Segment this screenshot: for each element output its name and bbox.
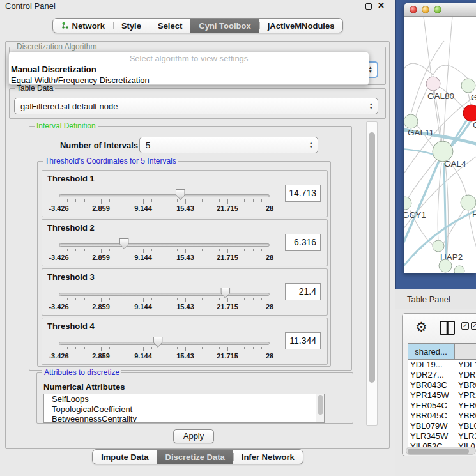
node-label: GAL: [471, 93, 476, 102]
panel-scrollbar[interactable]: [366, 121, 378, 426]
list-item[interactable]: BetweennessCentrality: [44, 414, 324, 423]
tab-infer-network[interactable]: Infer Network: [233, 450, 303, 464]
network-node[interactable]: [461, 195, 476, 210]
table-row[interactable]: YDL19...YDL1: [408, 360, 476, 370]
network-node[interactable]: [404, 197, 411, 210]
cyni-toolbox-panel: Discretization Algorithm ▲▼ Table Data g…: [5, 41, 390, 449]
tab-style[interactable]: Style: [113, 19, 150, 33]
table-data-select[interactable]: galFiltered.sif default node ▲▼: [14, 98, 378, 114]
threshold-label: Threshold 2: [47, 223, 95, 233]
network-node[interactable]: [433, 240, 444, 252]
node-label: GAL4: [444, 159, 466, 169]
network-canvas[interactable]: GAL80GALCGAL11GAL4GCY1HHAP2: [404, 17, 476, 273]
settings-scroll-area: Interval Definition Number of Intervals …: [8, 121, 364, 426]
slider-tick-labels: -3.4262.8599.14415.4321.71528: [59, 352, 270, 360]
network-node[interactable]: [461, 79, 475, 93]
list-item[interactable]: SelfLoops: [44, 394, 324, 404]
apply-button[interactable]: Apply: [173, 429, 214, 443]
interval-definition-group: Interval Definition Number of Intervals …: [29, 126, 352, 371]
threshold-value-field[interactable]: 21.4: [285, 283, 321, 300]
tab-label: Select: [158, 21, 182, 31]
slider-thumb[interactable]: [176, 189, 185, 200]
cytoscape-desktop: GAL80GALCGAL11GAL4GCY1HHAP2: [395, 0, 476, 289]
split-view-icon[interactable]: [440, 321, 455, 335]
threshold-3-panel: Threshold 3 -3.4262.8599.14415.4321.7152…: [42, 268, 328, 316]
network-edges: [404, 17, 476, 261]
close-icon[interactable]: ✕: [378, 1, 385, 10]
gear-icon[interactable]: ⚙: [415, 319, 427, 335]
network-node[interactable]: [454, 266, 464, 273]
bottom-tabbar: Impute Data Discretize Data Infer Networ…: [92, 449, 303, 464]
horizontal-scrollbar[interactable]: [406, 447, 476, 455]
table-header-row: shared... na: [408, 343, 476, 360]
dropdown-option-equal-width[interactable]: Equal Width/Frequency Discretization: [9, 75, 369, 86]
tab-label: jActiveMNodules: [268, 21, 335, 31]
network-node[interactable]: [463, 105, 476, 121]
table-panel-bar: Table Panel: [395, 289, 476, 309]
column-header-name[interactable]: na: [454, 343, 476, 360]
list-item[interactable]: TopologicalCoefficient: [44, 404, 324, 415]
zoom-window-icon[interactable]: [434, 6, 441, 13]
tab-label: Network: [72, 21, 105, 31]
table-row[interactable]: YER054CYER0: [408, 401, 476, 411]
dropdown-option-manual[interactable]: Manual Discretization: [9, 64, 369, 75]
tab-impute-data[interactable]: Impute Data: [93, 450, 157, 464]
table-row[interactable]: YLR345WYLR3: [408, 431, 476, 441]
thresholds-group: Threshold's Coordinates for 5 Intervals …: [37, 161, 331, 367]
network-window-titlebar: [404, 3, 476, 17]
network-node[interactable]: [439, 259, 452, 272]
dropdown-prompt: Select algorithm to view settings: [9, 54, 369, 64]
threshold-label: Threshold 1: [47, 174, 95, 183]
group-title: Discretization Algorithm: [15, 42, 98, 51]
table-data-value: galFiltered.sif default node: [20, 102, 118, 111]
tab-network[interactable]: Network: [53, 19, 113, 33]
numerical-attributes-list[interactable]: SelfLoops TopologicalCoefficient Between…: [43, 394, 325, 423]
table-toolbar: ⚙ ✓ ✓: [403, 314, 476, 343]
float-window-icon[interactable]: [365, 3, 372, 10]
network-node[interactable]: [426, 77, 440, 91]
checkbox-icon[interactable]: ✓: [471, 322, 476, 330]
checkbox-icon[interactable]: ✓: [461, 322, 469, 330]
tab-select[interactable]: Select: [150, 19, 190, 33]
close-window-icon[interactable]: [410, 6, 417, 13]
group-title: Threshold's Coordinates for 5 Intervals: [43, 157, 178, 165]
table-row[interactable]: YBL079WYBL0: [408, 421, 476, 431]
table-row[interactable]: YBR043CYBR0: [408, 380, 476, 390]
scrollbar-thumb[interactable]: [369, 132, 375, 383]
tab-jactivemnodules[interactable]: jActiveMNodules: [259, 19, 343, 33]
group-title: Attributes to discretize: [42, 368, 121, 377]
minimize-window-icon[interactable]: [422, 6, 429, 13]
tab-label: Discretize Data: [165, 452, 225, 462]
table-body: YDL19...YDL1YDR27...YDR2YBR043CYBR0YPR14…: [408, 360, 476, 452]
threshold-value-field[interactable]: 14.713: [285, 185, 321, 202]
table-data-group: Table Data galFiltered.sif default node …: [9, 88, 386, 119]
threshold-label: Threshold 4: [47, 321, 95, 331]
column-header-shared[interactable]: shared...: [408, 343, 454, 360]
scrollbar-thumb[interactable]: [408, 449, 469, 454]
number-of-intervals-label: Number of Intervals: [42, 141, 138, 150]
tab-cyni-toolbox[interactable]: Cyni Toolbox: [190, 19, 259, 33]
list-scrollbar[interactable]: [316, 394, 324, 422]
threshold-value-field[interactable]: 6.316: [285, 234, 321, 251]
number-of-intervals-select[interactable]: 5 ▲▼: [139, 137, 318, 153]
slider-thumb[interactable]: [153, 337, 163, 348]
threshold-1-panel: Threshold 1 -3.4262.8599.14415.4321.7152…: [42, 170, 328, 217]
numerical-attributes-label: Numerical Attributes: [43, 382, 125, 392]
threshold-value-field[interactable]: 11.344: [285, 332, 321, 349]
network-icon: [61, 22, 69, 29]
table-panel-window: ⚙ ✓ ✓ shared... na YDL19...YDL1YDR27...Y…: [402, 313, 476, 456]
tab-discretize-data[interactable]: Discretize Data: [157, 450, 233, 464]
slider-thumb[interactable]: [220, 288, 230, 298]
slider-thumb[interactable]: [119, 238, 129, 249]
control-panel: Control Panel ✕ Network Style Select Cyn…: [0, 0, 395, 476]
threshold-2-panel: Threshold 2 -3.4262.8599.14415.4321.7152…: [42, 219, 328, 266]
table-row[interactable]: YPR145WYPR1: [408, 390, 476, 401]
table-row[interactable]: YDR27...YDR2: [408, 370, 476, 380]
threshold-4-panel: Threshold 4 -3.4262.8599.14415.4321.7152…: [42, 318, 328, 365]
network-view-window[interactable]: GAL80GALCGAL11GAL4GCY1HHAP2: [404, 3, 476, 273]
network-node[interactable]: [404, 114, 418, 128]
slider-tick-labels: -3.4262.8599.14415.4321.71528: [59, 204, 270, 212]
table-row[interactable]: YBR045CYBR0: [408, 411, 476, 421]
slider-tick-labels: -3.4262.8599.14415.4321.71528: [59, 303, 270, 311]
number-of-intervals-value: 5: [146, 141, 150, 150]
